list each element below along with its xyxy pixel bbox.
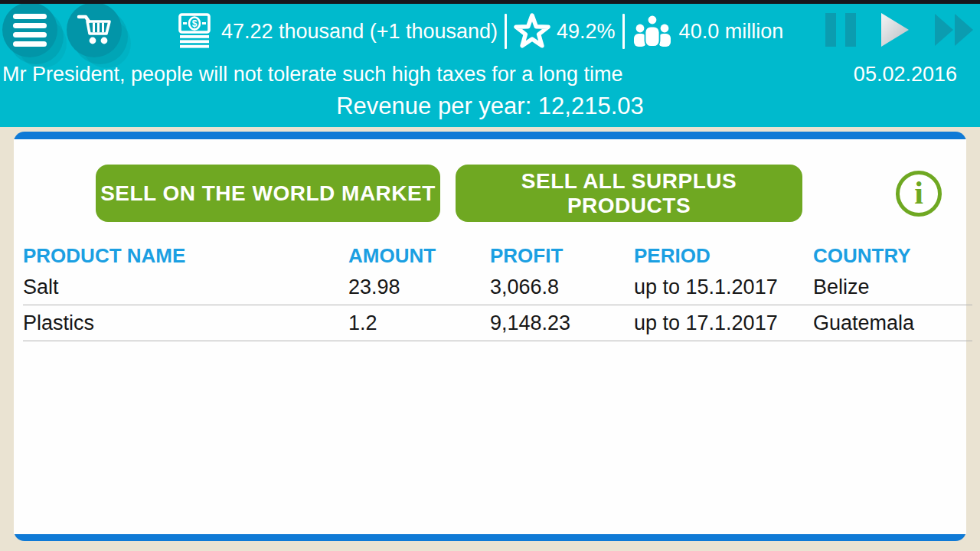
top-divider bbox=[0, 0, 980, 4]
cell-profit: 3,066.8 bbox=[490, 276, 634, 299]
cell-profit: 9,148.23 bbox=[490, 311, 634, 335]
cell-country: Guatemala bbox=[813, 311, 972, 335]
game-screen: $ 47.22 thousand (+1 thousand) 49.2% bbox=[0, 0, 980, 551]
info-icon: i bbox=[914, 177, 923, 209]
col-period: PERIOD bbox=[634, 244, 813, 268]
sell-world-market-button[interactable]: SELL ON THE WORLD MARKET bbox=[96, 165, 440, 222]
menu-button[interactable] bbox=[2, 2, 57, 57]
cell-period: up to 17.1.2017 bbox=[634, 311, 813, 335]
cell-product: Plastics bbox=[23, 311, 348, 335]
population-value: 40.0 million bbox=[679, 20, 784, 44]
stat-separator bbox=[505, 14, 507, 49]
money-value: 47.22 thousand (+1 thousand) bbox=[221, 20, 498, 44]
contracts-table: PRODUCT NAME AMOUNT PROFIT PERIOD COUNTR… bbox=[23, 242, 972, 341]
money-icon: $ bbox=[174, 11, 215, 52]
col-amount: AMOUNT bbox=[348, 244, 490, 268]
ticker-message: Mr President, people will not tolerate s… bbox=[2, 63, 622, 86]
cell-country: Belize bbox=[813, 276, 972, 299]
col-profit: PROFIT bbox=[490, 244, 634, 268]
population-icon bbox=[632, 12, 673, 51]
stat-separator bbox=[622, 14, 625, 49]
table-row[interactable]: Plastics 1.2 9,148.23 up to 17.1.2017 Gu… bbox=[23, 305, 972, 341]
play-button[interactable] bbox=[880, 12, 910, 47]
rating-value: 49.2% bbox=[557, 20, 616, 44]
money-stat[interactable]: $ 47.22 thousand (+1 thousand) bbox=[174, 11, 498, 52]
game-date: 05.02.2016 bbox=[854, 63, 957, 86]
trade-panel-body: SELL ON THE WORLD MARKET SELL ALL SURPLU… bbox=[14, 139, 966, 534]
cell-amount: 23.98 bbox=[348, 276, 490, 299]
menu-icon bbox=[13, 14, 47, 47]
stats-bar: $ 47.22 thousand (+1 thousand) 49.2% bbox=[174, 4, 783, 59]
cell-product: Salt bbox=[23, 276, 348, 299]
info-button[interactable]: i bbox=[896, 171, 942, 217]
trade-panel: SELL ON THE WORLD MARKET SELL ALL SURPLU… bbox=[14, 132, 966, 541]
svg-text:$: $ bbox=[192, 18, 198, 29]
cell-period: up to 15.1.2017 bbox=[634, 276, 813, 299]
fast-forward-button[interactable] bbox=[934, 13, 975, 47]
pause-button[interactable] bbox=[825, 13, 856, 47]
cart-icon bbox=[75, 11, 113, 49]
news-ticker: Mr President, people will not tolerate s… bbox=[0, 63, 980, 87]
col-country: COUNTRY bbox=[813, 244, 972, 268]
table-header-row: PRODUCT NAME AMOUNT PROFIT PERIOD COUNTR… bbox=[23, 242, 972, 269]
star-icon bbox=[514, 13, 550, 50]
speed-controls bbox=[825, 12, 975, 47]
table-row[interactable]: Salt 23.98 3,066.8 up to 15.1.2017 Beliz… bbox=[23, 269, 972, 305]
rating-stat[interactable]: 49.2% bbox=[514, 13, 616, 50]
population-stat[interactable]: 40.0 million bbox=[632, 12, 784, 51]
market-button[interactable] bbox=[67, 2, 122, 57]
sell-all-surplus-button[interactable]: SELL ALL SURPLUS PRODUCTS bbox=[456, 165, 802, 222]
revenue-per-year: Revenue per year: 12,215.03 bbox=[0, 93, 980, 120]
cell-amount: 1.2 bbox=[348, 311, 490, 335]
col-product-name: PRODUCT NAME bbox=[23, 244, 348, 268]
